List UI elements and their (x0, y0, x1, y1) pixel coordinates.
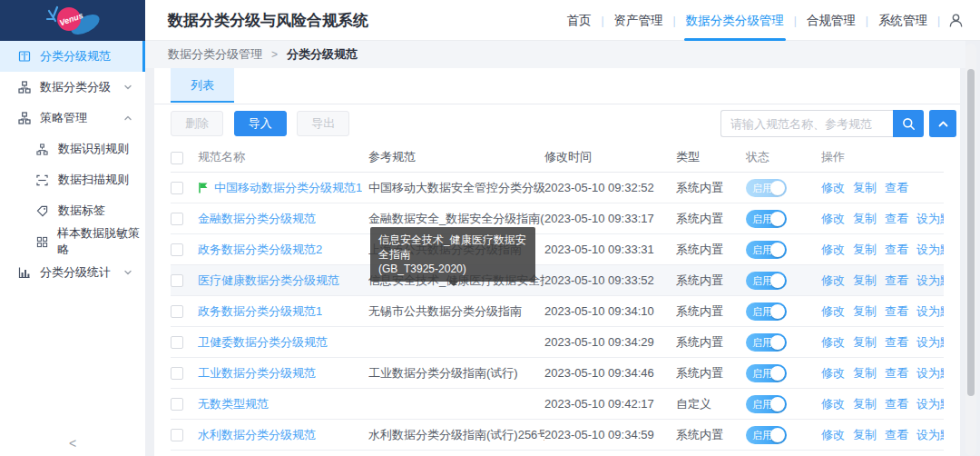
collapse-filter-button[interactable] (929, 110, 956, 137)
status-toggle[interactable]: 启用 (746, 302, 787, 321)
status-toggle[interactable]: 启用 (746, 364, 787, 382)
nav-active-underline (684, 38, 786, 41)
spec-name-link[interactable]: 中国移动数据分类分级规范1 (214, 180, 362, 196)
status-toggle[interactable]: 启用 (746, 179, 787, 197)
nav-separator: | (669, 15, 681, 27)
spec-name-link[interactable]: 政务数据分类分级规范2 (198, 242, 322, 258)
export-button[interactable]: 导出 (297, 111, 349, 136)
modified-time: 2023-05-10 09:33:17 (544, 212, 676, 225)
row-checkbox[interactable] (171, 243, 183, 256)
action-link-0[interactable]: 修改 (821, 304, 845, 318)
sidebar-item-4[interactable]: 数据扫描规则 (0, 164, 145, 195)
search-input[interactable] (720, 110, 893, 137)
sidebar-item-0[interactable]: 分类分级规范 (0, 41, 145, 72)
nav-item-0[interactable]: 首页 (561, 0, 596, 41)
spec-name-link[interactable]: 水利数据分类分级规范 (198, 427, 316, 443)
action-link-2[interactable]: 查看 (885, 212, 908, 225)
nav-item-4[interactable]: 系统管理 (873, 0, 933, 41)
action-link-3[interactable]: 设为默认 (916, 335, 944, 349)
breadcrumb-parent[interactable]: 数据分类分级管理 (168, 46, 262, 63)
nav-item-2[interactable]: 数据分类分级管理 (681, 0, 789, 41)
action-link-1[interactable]: 复制 (853, 273, 877, 287)
sidebar-item-2[interactable]: 策略管理 (0, 103, 145, 134)
action-link-1[interactable]: 复制 (853, 212, 877, 225)
action-link-3[interactable]: 设为默认 (916, 243, 944, 256)
scrollbar-track[interactable] (965, 44, 976, 456)
nav-item-3[interactable]: 合规管理 (801, 0, 861, 41)
sidebar-collapse-button[interactable]: < (0, 436, 145, 451)
modified-time: 2023-05-10 09:42:17 (544, 397, 676, 411)
status-toggle[interactable]: 启用 (746, 426, 787, 444)
search-button[interactable] (893, 110, 924, 137)
import-button[interactable]: 导入 (234, 111, 287, 136)
action-link-0[interactable]: 修改 (821, 397, 845, 411)
search-group (720, 110, 956, 137)
spec-name-link[interactable]: 政务数据分类分级规范1 (198, 303, 322, 320)
action-link-3[interactable]: 设为默认 (916, 428, 944, 441)
action-link-1[interactable]: 复制 (853, 366, 877, 380)
action-link-2[interactable]: 查看 (885, 366, 908, 380)
action-link-0[interactable]: 修改 (821, 428, 845, 441)
action-link-1[interactable]: 复制 (853, 243, 877, 256)
row-checkbox[interactable] (171, 152, 183, 164)
action-link-0[interactable]: 修改 (821, 243, 845, 256)
sidebar-item-5[interactable]: 数据标签 (0, 195, 145, 226)
action-link-3[interactable]: 设为默认 (916, 212, 944, 225)
spec-name-link[interactable]: 无数类型规范 (198, 396, 269, 412)
spec-name-link[interactable]: 医疗健康数据分类分级规范 (198, 273, 339, 289)
top-nav: 首页|资产管理|数据分类分级管理|合规管理|系统管理| (561, 0, 967, 41)
action-link-2[interactable]: 查看 (885, 243, 908, 256)
status-toggle[interactable]: 启用 (746, 241, 787, 259)
action-link-0[interactable]: 修改 (821, 273, 845, 287)
row-checkbox[interactable] (171, 429, 183, 441)
row-checkbox[interactable] (171, 398, 183, 411)
sidebar-item-3[interactable]: 数据识别规则 (0, 134, 145, 164)
row-checkbox[interactable] (171, 213, 183, 225)
action-link-0[interactable]: 修改 (821, 181, 845, 194)
action-link-0[interactable]: 修改 (821, 335, 845, 349)
spec-name-link[interactable]: 工业数据分类分级规范 (198, 365, 316, 382)
action-link-0[interactable]: 修改 (821, 366, 845, 380)
action-link-2[interactable]: 查看 (885, 397, 908, 411)
action-link-1[interactable]: 复制 (853, 335, 877, 349)
sidebar-item-6[interactable]: 样本数据脱敏策略 (0, 226, 145, 257)
row-checkbox[interactable] (171, 367, 183, 380)
action-link-1[interactable]: 复制 (853, 428, 877, 441)
nav-item-1[interactable]: 资产管理 (609, 0, 669, 41)
action-link-0[interactable]: 修改 (821, 212, 845, 225)
row-checkbox[interactable] (171, 305, 183, 318)
row-checkbox[interactable] (171, 182, 183, 194)
sitemap-icon (36, 144, 50, 155)
action-link-1[interactable]: 复制 (853, 304, 877, 318)
status-toggle[interactable]: 启用 (746, 210, 787, 228)
sidebar-item-7[interactable]: 分类分级统计 (0, 257, 145, 288)
row-checkbox[interactable] (171, 274, 183, 287)
sidebar-item-1[interactable]: 数据分类分级 (0, 72, 145, 103)
delete-button[interactable]: 删除 (171, 111, 223, 136)
action-link-2[interactable]: 查看 (885, 428, 908, 441)
user-icon[interactable] (945, 13, 967, 28)
tab-list[interactable]: 列表 (171, 68, 234, 103)
action-link-2[interactable]: 查看 (885, 273, 908, 287)
status-toggle[interactable]: 启用 (746, 333, 787, 352)
action-link-1[interactable]: 复制 (853, 397, 877, 411)
row-checkbox[interactable] (171, 336, 183, 349)
action-link-3[interactable]: 设为默认 (916, 273, 944, 287)
status-toggle[interactable]: 启用 (746, 272, 787, 290)
action-link-1[interactable]: 复制 (853, 181, 877, 194)
action-link-3[interactable]: 设为默认 (916, 397, 944, 411)
action-link-2[interactable]: 查看 (885, 335, 908, 349)
action-link-2[interactable]: 查看 (885, 304, 908, 318)
action-link-2[interactable]: 查看 (885, 181, 908, 194)
spec-name-link[interactable]: 卫健委数据分类分级规范 (198, 334, 328, 351)
action-link-3[interactable]: 设为默认 (916, 366, 944, 380)
spec-name-link[interactable]: 金融数据分类分级规范 (198, 211, 316, 227)
venustech-logo: Venus (0, 0, 145, 41)
status-toggle[interactable]: 启用 (746, 395, 787, 413)
status-toggle-label: 启用 (752, 272, 772, 290)
action-link-3[interactable]: 设为默认 (916, 304, 944, 318)
toggle-knob (770, 181, 785, 195)
breadcrumb: 数据分类分级管理 > 分类分级规范 (145, 41, 965, 68)
scrollbar-thumb[interactable] (967, 69, 975, 396)
scan-icon (36, 174, 50, 186)
